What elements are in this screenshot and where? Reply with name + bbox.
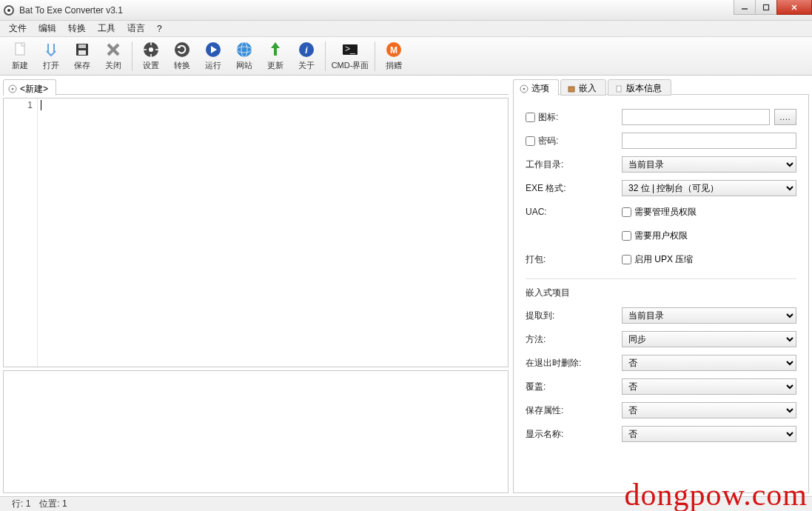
maximize-button[interactable] <box>755 0 777 15</box>
toolbar: 新建 打开 保存 关闭 设置 转换 运行 网站 更新 i关于 >_CMD-界面 … <box>0 37 812 76</box>
titlebar: Bat To Exe Converter v3.1 <box>0 0 812 21</box>
gear-small-icon <box>520 84 529 93</box>
svg-point-34 <box>12 88 14 90</box>
tb-new[interactable]: 新建 <box>4 39 36 73</box>
donate-icon: M <box>385 41 403 59</box>
uac-admin-checkbox[interactable] <box>622 207 631 217</box>
terminal-icon: >_ <box>341 41 359 59</box>
status-line: 行: 1 <box>7 498 35 510</box>
icon-field[interactable] <box>622 109 770 125</box>
toolbar-separator <box>375 41 375 71</box>
save-icon <box>73 41 91 59</box>
svg-point-18 <box>175 42 189 57</box>
editor-tab-new[interactable]: <新建> <box>3 79 56 96</box>
row-pack: 打包: 启用 UPX 压缩 <box>526 250 796 268</box>
window-controls <box>734 0 812 15</box>
icon-browse-button[interactable]: .... <box>774 109 796 125</box>
workdir-select[interactable]: 当前目录 <box>622 156 796 173</box>
update-icon <box>266 41 284 59</box>
tb-settings[interactable]: 设置 <box>135 39 167 73</box>
editor-text-area[interactable] <box>38 98 508 367</box>
svg-rect-38 <box>617 86 621 92</box>
tab-version[interactable]: 版本信息 <box>608 79 671 96</box>
menu-language[interactable]: 语言 <box>121 21 151 36</box>
tb-about[interactable]: i关于 <box>291 39 322 73</box>
tab-embed[interactable]: 嵌入 <box>560 79 606 96</box>
method-select[interactable]: 同步 <box>622 331 796 347</box>
row-uac2: 需要用户权限 <box>526 227 796 244</box>
exeformat-select[interactable]: 32 位 | 控制台（可见） <box>622 180 796 196</box>
tb-open[interactable]: 打开 <box>36 39 67 73</box>
menu-help[interactable]: ? <box>151 22 168 36</box>
row-password: 密码: <box>526 132 796 150</box>
tb-donate[interactable]: M捐赠 <box>378 39 409 73</box>
close-button[interactable] <box>776 0 812 15</box>
row-icon: 图标: .... <box>526 108 796 126</box>
svg-rect-6 <box>16 43 24 55</box>
gear-small-icon <box>8 84 17 93</box>
code-editor[interactable]: 1 <box>3 98 509 367</box>
svg-point-1 <box>7 9 10 12</box>
tb-convert[interactable]: 转换 <box>167 39 198 73</box>
svg-rect-3 <box>764 4 769 10</box>
close-file-icon <box>104 41 122 59</box>
svg-rect-37 <box>568 87 574 92</box>
option-tabs: 选项 嵌入 版本信息 <box>513 79 809 95</box>
page-icon <box>614 84 623 93</box>
svg-rect-9 <box>78 50 86 55</box>
output-pane[interactable] <box>3 370 509 493</box>
left-pane: <新建> 1 <box>3 79 509 493</box>
new-file-icon <box>11 41 29 59</box>
globe-icon <box>235 41 253 59</box>
status-pos: 位置: 1 <box>35 498 71 510</box>
show-name-select[interactable]: 否 <box>622 426 796 442</box>
tb-website[interactable]: 网站 <box>229 39 260 73</box>
svg-point-13 <box>149 47 153 52</box>
menu-convert[interactable]: 转换 <box>62 21 92 36</box>
tab-options[interactable]: 选项 <box>513 79 559 96</box>
row-exeformat: EXE 格式: 32 位 | 控制台（可见） <box>526 179 796 197</box>
statusbar: 行: 1 位置: 1 <box>0 496 812 511</box>
toolbar-separator <box>132 41 132 71</box>
open-icon <box>42 41 60 59</box>
menu-tools[interactable]: 工具 <box>92 21 121 36</box>
editor-tabs: <新建> <box>3 79 509 95</box>
preserve-attr-select[interactable]: 否 <box>622 402 796 418</box>
svg-marker-26 <box>271 42 280 48</box>
svg-point-36 <box>523 87 526 90</box>
svg-text:M: M <box>390 45 397 56</box>
delete-on-exit-select[interactable]: 否 <box>622 355 796 371</box>
svg-rect-8 <box>78 44 86 48</box>
menubar: 文件 编辑 转换 工具 语言 ? <box>0 21 812 37</box>
menu-file[interactable]: 文件 <box>3 21 33 36</box>
menu-edit[interactable]: 编辑 <box>33 21 62 36</box>
editor-tab-label: <新建> <box>20 83 48 96</box>
tb-close[interactable]: 关闭 <box>98 39 129 73</box>
row-uac: UAC: 需要管理员权限 <box>526 203 796 221</box>
toolbar-separator <box>325 41 326 71</box>
options-panel: 图标: .... 密码: 工作目录: 当前目录 EXE 格式: 32 位 | 控… <box>513 95 809 493</box>
upx-checkbox[interactable] <box>622 255 631 264</box>
embed-section-header: 嵌入式项目 <box>526 278 796 299</box>
svg-text:>_: >_ <box>345 44 355 54</box>
run-icon <box>204 41 222 59</box>
uac-user-checkbox[interactable] <box>622 231 631 241</box>
app-icon <box>3 4 15 16</box>
box-icon <box>567 84 576 93</box>
tb-run[interactable]: 运行 <box>198 39 229 73</box>
overwrite-select[interactable]: 否 <box>622 378 796 395</box>
tb-cmd[interactable]: >_CMD-界面 <box>329 39 372 73</box>
password-field[interactable] <box>622 133 796 149</box>
convert-icon <box>173 41 191 59</box>
tb-update[interactable]: 更新 <box>260 39 291 73</box>
info-icon: i <box>298 41 315 59</box>
password-checkbox[interactable] <box>526 136 535 146</box>
extract-to-select[interactable]: 当前目录 <box>622 307 796 324</box>
settings-icon <box>142 41 160 59</box>
svg-point-22 <box>237 42 252 57</box>
row-workdir: 工作目录: 当前目录 <box>526 156 796 173</box>
tb-save[interactable]: 保存 <box>67 39 98 73</box>
minimize-button[interactable] <box>734 0 756 15</box>
editor-gutter: 1 <box>4 98 38 367</box>
icon-checkbox[interactable] <box>526 113 535 122</box>
